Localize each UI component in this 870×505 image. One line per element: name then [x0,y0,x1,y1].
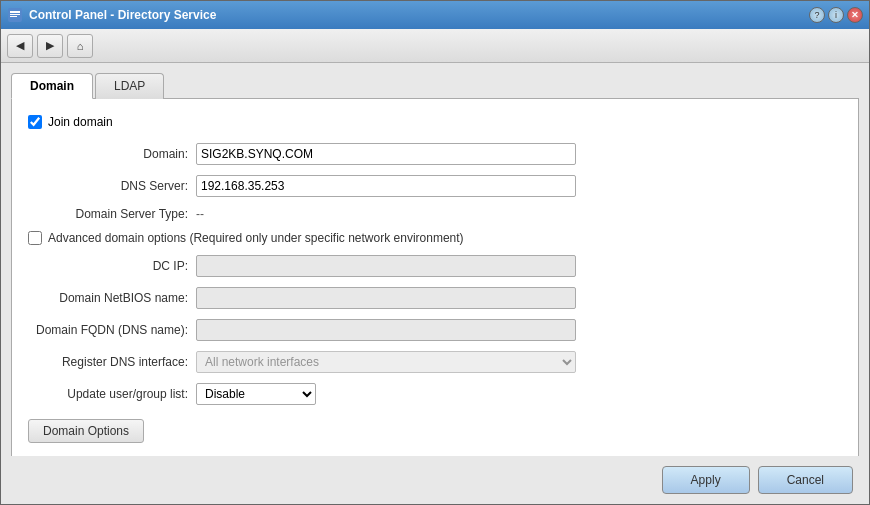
panel-domain: Join domain Domain: DNS Server: Domain S… [11,98,859,456]
dns-server-label: DNS Server: [28,179,188,193]
home-button[interactable]: ⌂ [67,34,93,58]
domain-row: Domain: [28,143,842,165]
update-user-select[interactable]: Disable [196,383,316,405]
netbios-label: Domain NetBIOS name: [28,291,188,305]
help-button[interactable]: ? [809,7,825,23]
main-window: Control Panel - Directory Service ? i ✕ … [0,0,870,505]
advanced-row: Advanced domain options (Required only u… [28,231,842,245]
domain-options-wrapper: Domain Options [28,415,842,443]
footer: Apply Cancel [1,456,869,504]
domain-server-type-value: -- [196,207,204,221]
register-dns-label: Register DNS interface: [28,355,188,369]
join-domain-row: Join domain [28,115,842,129]
info-button[interactable]: i [828,7,844,23]
svg-rect-2 [10,14,20,15]
update-user-row: Update user/group list: Disable [28,383,842,405]
update-user-label: Update user/group list: [28,387,188,401]
tab-bar: Domain LDAP [11,73,859,99]
domain-input[interactable] [196,143,576,165]
register-dns-row: Register DNS interface: All network inte… [28,351,842,373]
domain-server-type-row: Domain Server Type: -- [28,207,842,221]
advanced-label: Advanced domain options (Required only u… [48,231,464,245]
titlebar-buttons: ? i ✕ [809,7,863,23]
close-button[interactable]: ✕ [847,7,863,23]
fqdn-row: Domain FQDN (DNS name): [28,319,842,341]
netbios-row: Domain NetBIOS name: [28,287,842,309]
dns-server-input[interactable] [196,175,576,197]
forward-button[interactable]: ▶ [37,34,63,58]
fqdn-label: Domain FQDN (DNS name): [28,323,188,337]
tab-ldap[interactable]: LDAP [95,73,164,99]
netbios-input[interactable] [196,287,576,309]
dc-ip-label: DC IP: [28,259,188,273]
domain-label: Domain: [28,147,188,161]
domain-options-button[interactable]: Domain Options [28,419,144,443]
fqdn-input[interactable] [196,319,576,341]
join-domain-label: Join domain [48,115,113,129]
tab-domain[interactable]: Domain [11,73,93,99]
titlebar: Control Panel - Directory Service ? i ✕ [1,1,869,29]
panel-content: Join domain Domain: DNS Server: Domain S… [28,115,842,443]
cancel-button[interactable]: Cancel [758,466,853,494]
back-button[interactable]: ◀ [7,34,33,58]
content-area: Domain LDAP Join domain Domain: DNS Serv… [1,63,869,456]
register-dns-select[interactable]: All network interfaces [196,351,576,373]
window-icon [7,7,23,23]
join-domain-checkbox[interactable] [28,115,42,129]
advanced-checkbox[interactable] [28,231,42,245]
dns-server-row: DNS Server: [28,175,842,197]
domain-server-type-label: Domain Server Type: [28,207,188,221]
dc-ip-input[interactable] [196,255,576,277]
dc-ip-row: DC IP: [28,255,842,277]
svg-rect-1 [10,11,20,13]
toolbar: ◀ ▶ ⌂ [1,29,869,63]
window-title: Control Panel - Directory Service [29,8,803,22]
apply-button[interactable]: Apply [662,466,750,494]
svg-rect-3 [10,16,17,17]
